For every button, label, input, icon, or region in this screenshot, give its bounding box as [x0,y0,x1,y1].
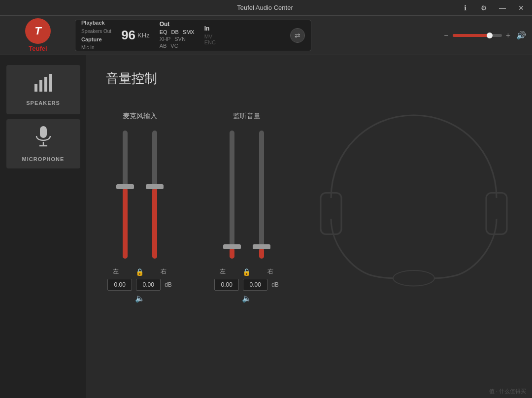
mic-label-row: 左 🔒 右 [106,267,173,276]
page-title: 音量控制 [106,70,512,87]
mon-left-slider-track[interactable] [230,131,234,259]
speakers-out-label: Speakers Out [81,28,111,35]
title-bar-controls: ℹ ⚙ — ✕ [353,1,532,15]
in-column: In MV ENC [204,25,216,45]
mic-right-slider-wrap [145,131,165,259]
volume-plus-button[interactable]: + [506,31,510,40]
swap-button[interactable]: ⇄ [290,28,305,43]
mic-db-row: dB [107,279,172,291]
mic-left-fill [123,188,128,259]
mic-right-db-input[interactable] [136,279,161,291]
db-btn[interactable]: DB [171,29,179,35]
mic-right-fill [152,188,157,259]
mon-right-thumb[interactable] [253,244,270,249]
out-row3: AB VC [160,43,195,49]
mic-right-label: 右 [154,267,173,276]
volume-slider-track[interactable] [453,34,502,37]
mon-right-label: 右 [261,267,280,276]
mic-right-slider-track[interactable] [152,131,157,259]
out-row2: XHP SVN [160,36,195,42]
mic-right-thumb[interactable] [146,184,164,189]
mon-lock-icon[interactable]: 🔒 [242,268,251,276]
monitor-sliders-row [222,131,271,259]
svn-btn[interactable]: SVN [174,36,186,42]
sidebar: SPEAKERS MICROPHONE [0,55,86,398]
close-button[interactable]: ✕ [512,1,530,15]
minimize-button[interactable]: — [494,1,511,15]
sample-rate-area: 96 KHz [121,28,149,43]
out-label: Out [160,21,195,28]
header-bar: T Teufel Playback Speakers Out Capture M… [0,16,532,55]
mic-left-thumb[interactable] [116,184,134,189]
eq-btn[interactable]: EQ [160,29,167,35]
mon-left-slider-wrap [222,131,242,259]
volume-speaker-icon: 🔊 [516,31,526,40]
logo-text: Teufel [29,45,47,52]
mic-left-db-input[interactable] [107,279,132,291]
monitor-db-row: dB [214,279,279,291]
info-button[interactable]: ℹ [456,1,474,15]
capture-label: Capture [81,35,111,44]
enc-label: ENC [204,39,216,45]
mon-right-db-input[interactable] [243,279,267,291]
monitor-db-unit: dB [271,281,279,288]
microphone-icon [34,126,52,152]
volume-minus-button[interactable]: − [444,31,448,40]
speakers-button[interactable]: SPEAKERS [6,65,80,114]
mic-left-label: 左 [106,267,126,276]
svg-rect-1 [39,80,42,92]
sample-unit: KHz [137,32,150,39]
sample-rate-value: 96 [121,28,135,43]
volume-slider-fill [453,34,490,37]
mic-sliders-row [115,131,165,259]
monitor-label-row: 左 🔒 右 [213,267,280,276]
app-title: Teufel Audio Center [177,4,354,11]
xhp-btn[interactable]: XHP [160,36,171,42]
playback-label: Playback [81,19,111,28]
speakers-icon [33,74,53,96]
mic-in-label: Mic In [81,44,111,52]
mic-input-group: 麦克风输入 [106,112,173,303]
mic-db-unit: dB [165,281,172,288]
volume-slider-thumb[interactable] [487,33,493,38]
monitor-volume-title: 监听音量 [233,112,261,121]
title-bar: Teufel Audio Center ℹ ⚙ — ✕ [0,0,532,16]
logo-area: T Teufel [6,18,70,52]
monitor-speaker-icon[interactable]: 🔈 [242,294,252,303]
smx-btn[interactable]: SMX [183,29,195,35]
logo-circle: T [25,18,51,44]
microphone-label: MICROPHONE [22,156,65,162]
main-area: SPEAKERS MICROPHONE [0,55,532,398]
microphone-button[interactable]: MICROPHONE [6,119,80,168]
mic-left-slider-wrap [115,131,135,259]
mon-right-slider-wrap [252,131,271,259]
out-column: Out EQ DB SMX XHP SVN AB VC [160,21,195,50]
speakers-label: SPEAKERS [26,100,60,106]
svg-rect-3 [49,74,52,92]
vc-btn[interactable]: VC [170,43,178,49]
svg-rect-0 [34,84,37,92]
svg-rect-2 [44,77,47,92]
sliders-container: 麦克风输入 [106,112,512,303]
mon-right-slider-track[interactable] [259,131,264,259]
mic-input-title: 麦克风输入 [123,112,157,121]
mon-left-fill [230,248,234,259]
mon-right-fill [259,248,264,259]
mv-label: MV [204,33,216,39]
mon-left-thumb[interactable] [223,244,241,249]
mon-left-label: 左 [213,267,233,276]
footer-text: 值 · 什么值得买 [483,385,532,398]
mon-left-db-input[interactable] [214,279,239,291]
monitor-volume-group: 监听音量 [213,112,280,303]
device-col-labels: Playback Speakers Out Capture Mic In [81,19,111,52]
mic-lock-icon[interactable]: 🔒 [135,268,144,276]
mic-left-slider-track[interactable] [123,131,128,259]
out-row1: EQ DB SMX [160,29,195,35]
content-area: 音量控制 麦克风输入 [86,55,532,398]
device-info-panel: Playback Speakers Out Capture Mic In 96 … [75,20,311,51]
mic-speaker-icon[interactable]: 🔈 [135,294,145,303]
svg-rect-4 [40,126,47,138]
settings-button[interactable]: ⚙ [475,1,493,15]
in-label: In [204,25,216,32]
ab-btn[interactable]: AB [160,43,167,49]
